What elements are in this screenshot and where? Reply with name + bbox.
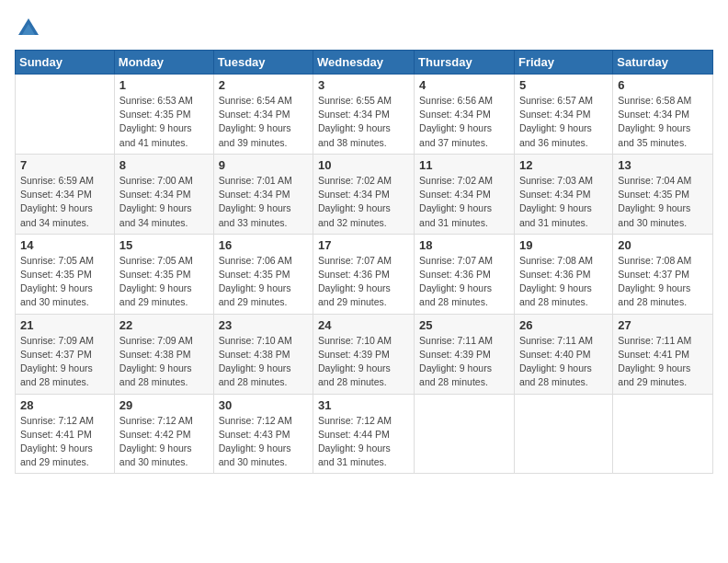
calendar-cell: 3 Sunrise: 6:55 AMSunset: 4:34 PMDayligh… [313, 75, 415, 155]
calendar-cell: 5 Sunrise: 6:57 AMSunset: 4:34 PMDayligh… [514, 75, 612, 155]
calendar-cell: 1 Sunrise: 6:53 AMSunset: 4:35 PMDayligh… [114, 75, 213, 155]
calendar-cell: 23 Sunrise: 7:10 AMSunset: 4:38 PMDaylig… [213, 314, 313, 394]
day-number: 6 [618, 78, 708, 92]
calendar-cell: 16 Sunrise: 7:06 AMSunset: 4:35 PMDaylig… [213, 234, 313, 314]
day-info: Sunrise: 7:08 AMSunset: 4:36 PMDaylight:… [519, 254, 608, 310]
day-number: 18 [419, 238, 509, 252]
col-header-saturday: Saturday [613, 51, 713, 75]
day-info: Sunrise: 7:00 AMSunset: 4:34 PMDaylight:… [119, 174, 209, 230]
calendar-cell: 2 Sunrise: 6:54 AMSunset: 4:34 PMDayligh… [213, 75, 313, 155]
col-header-friday: Friday [514, 51, 612, 75]
day-info: Sunrise: 6:59 AMSunset: 4:34 PMDaylight:… [20, 174, 109, 230]
calendar-cell: 24 Sunrise: 7:10 AMSunset: 4:39 PMDaylig… [313, 314, 415, 394]
day-info: Sunrise: 7:08 AMSunset: 4:37 PMDaylight:… [618, 254, 708, 310]
day-number: 10 [318, 158, 409, 172]
day-info: Sunrise: 6:53 AMSunset: 4:35 PMDaylight:… [119, 94, 209, 150]
day-info: Sunrise: 7:12 AMSunset: 4:43 PMDaylight:… [219, 414, 308, 470]
day-info: Sunrise: 7:10 AMSunset: 4:39 PMDaylight:… [318, 334, 409, 390]
calendar-cell: 20 Sunrise: 7:08 AMSunset: 4:37 PMDaylig… [613, 234, 713, 314]
calendar-cell: 29 Sunrise: 7:12 AMSunset: 4:42 PMDaylig… [114, 394, 213, 474]
day-info: Sunrise: 7:02 AMSunset: 4:34 PMDaylight:… [419, 174, 509, 230]
day-number: 13 [618, 158, 708, 172]
day-info: Sunrise: 6:55 AMSunset: 4:34 PMDaylight:… [318, 94, 409, 150]
day-info: Sunrise: 7:06 AMSunset: 4:35 PMDaylight:… [219, 254, 308, 310]
day-info: Sunrise: 7:02 AMSunset: 4:34 PMDaylight:… [318, 174, 409, 230]
day-info: Sunrise: 7:05 AMSunset: 4:35 PMDaylight:… [20, 254, 109, 310]
day-info: Sunrise: 6:57 AMSunset: 4:34 PMDaylight:… [519, 94, 608, 150]
calendar-cell: 21 Sunrise: 7:09 AMSunset: 4:37 PMDaylig… [16, 314, 115, 394]
calendar-cell: 13 Sunrise: 7:04 AMSunset: 4:35 PMDaylig… [613, 154, 713, 234]
calendar-week-row: 21 Sunrise: 7:09 AMSunset: 4:37 PMDaylig… [16, 314, 713, 394]
calendar-cell: 4 Sunrise: 6:56 AMSunset: 4:34 PMDayligh… [415, 75, 515, 155]
day-info: Sunrise: 7:11 AMSunset: 4:39 PMDaylight:… [419, 334, 509, 390]
calendar-cell [415, 394, 515, 474]
day-number: 3 [318, 78, 409, 92]
day-number: 21 [20, 318, 109, 332]
calendar-cell: 25 Sunrise: 7:11 AMSunset: 4:39 PMDaylig… [415, 314, 515, 394]
day-number: 11 [419, 158, 509, 172]
calendar-table: SundayMondayTuesdayWednesdayThursdayFrid… [15, 50, 713, 474]
day-number: 31 [318, 398, 409, 412]
page-header [15, 15, 713, 42]
calendar-week-row: 1 Sunrise: 6:53 AMSunset: 4:35 PMDayligh… [16, 75, 713, 155]
day-info: Sunrise: 7:12 AMSunset: 4:42 PMDaylight:… [119, 414, 209, 470]
day-info: Sunrise: 6:54 AMSunset: 4:34 PMDaylight:… [219, 94, 308, 150]
calendar-cell: 15 Sunrise: 7:05 AMSunset: 4:35 PMDaylig… [114, 234, 213, 314]
calendar-week-row: 28 Sunrise: 7:12 AMSunset: 4:41 PMDaylig… [16, 394, 713, 474]
calendar-cell: 17 Sunrise: 7:07 AMSunset: 4:36 PMDaylig… [313, 234, 415, 314]
day-info: Sunrise: 7:01 AMSunset: 4:34 PMDaylight:… [219, 174, 308, 230]
day-number: 12 [519, 158, 608, 172]
day-number: 27 [618, 318, 708, 332]
calendar-week-row: 14 Sunrise: 7:05 AMSunset: 4:35 PMDaylig… [16, 234, 713, 314]
day-info: Sunrise: 7:04 AMSunset: 4:35 PMDaylight:… [618, 174, 708, 230]
day-info: Sunrise: 6:56 AMSunset: 4:34 PMDaylight:… [419, 94, 509, 150]
day-number: 1 [119, 78, 209, 92]
calendar-week-row: 7 Sunrise: 6:59 AMSunset: 4:34 PMDayligh… [16, 154, 713, 234]
calendar-cell: 12 Sunrise: 7:03 AMSunset: 4:34 PMDaylig… [514, 154, 612, 234]
day-number: 8 [119, 158, 209, 172]
day-info: Sunrise: 7:11 AMSunset: 4:40 PMDaylight:… [519, 334, 608, 390]
calendar-cell: 22 Sunrise: 7:09 AMSunset: 4:38 PMDaylig… [114, 314, 213, 394]
day-number: 4 [419, 78, 509, 92]
day-number: 17 [318, 238, 409, 252]
day-number: 20 [618, 238, 708, 252]
calendar-cell: 11 Sunrise: 7:02 AMSunset: 4:34 PMDaylig… [415, 154, 515, 234]
day-info: Sunrise: 7:09 AMSunset: 4:38 PMDaylight:… [119, 334, 209, 390]
logo-icon [15, 15, 42, 42]
calendar-cell: 7 Sunrise: 6:59 AMSunset: 4:34 PMDayligh… [16, 154, 115, 234]
day-info: Sunrise: 6:58 AMSunset: 4:34 PMDaylight:… [618, 94, 708, 150]
day-number: 2 [219, 78, 308, 92]
day-number: 23 [219, 318, 308, 332]
calendar-cell: 8 Sunrise: 7:00 AMSunset: 4:34 PMDayligh… [114, 154, 213, 234]
day-number: 25 [419, 318, 509, 332]
day-number: 30 [219, 398, 308, 412]
day-info: Sunrise: 7:03 AMSunset: 4:34 PMDaylight:… [519, 174, 608, 230]
col-header-tuesday: Tuesday [213, 51, 313, 75]
calendar-cell: 27 Sunrise: 7:11 AMSunset: 4:41 PMDaylig… [613, 314, 713, 394]
calendar-header-row: SundayMondayTuesdayWednesdayThursdayFrid… [16, 51, 713, 75]
col-header-thursday: Thursday [415, 51, 515, 75]
day-number: 28 [20, 398, 109, 412]
logo [15, 15, 46, 42]
day-info: Sunrise: 7:07 AMSunset: 4:36 PMDaylight:… [419, 254, 509, 310]
day-number: 7 [20, 158, 109, 172]
day-info: Sunrise: 7:12 AMSunset: 4:41 PMDaylight:… [20, 414, 109, 470]
calendar-cell: 14 Sunrise: 7:05 AMSunset: 4:35 PMDaylig… [16, 234, 115, 314]
day-number: 15 [119, 238, 209, 252]
calendar-cell [613, 394, 713, 474]
calendar-cell: 19 Sunrise: 7:08 AMSunset: 4:36 PMDaylig… [514, 234, 612, 314]
day-info: Sunrise: 7:07 AMSunset: 4:36 PMDaylight:… [318, 254, 409, 310]
calendar-cell: 26 Sunrise: 7:11 AMSunset: 4:40 PMDaylig… [514, 314, 612, 394]
col-header-monday: Monday [114, 51, 213, 75]
day-info: Sunrise: 7:09 AMSunset: 4:37 PMDaylight:… [20, 334, 109, 390]
calendar-cell: 31 Sunrise: 7:12 AMSunset: 4:44 PMDaylig… [313, 394, 415, 474]
day-info: Sunrise: 7:11 AMSunset: 4:41 PMDaylight:… [618, 334, 708, 390]
day-number: 9 [219, 158, 308, 172]
day-number: 5 [519, 78, 608, 92]
day-info: Sunrise: 7:10 AMSunset: 4:38 PMDaylight:… [219, 334, 308, 390]
day-number: 24 [318, 318, 409, 332]
day-number: 26 [519, 318, 608, 332]
calendar-cell: 18 Sunrise: 7:07 AMSunset: 4:36 PMDaylig… [415, 234, 515, 314]
calendar-cell [16, 75, 115, 155]
calendar-cell: 9 Sunrise: 7:01 AMSunset: 4:34 PMDayligh… [213, 154, 313, 234]
